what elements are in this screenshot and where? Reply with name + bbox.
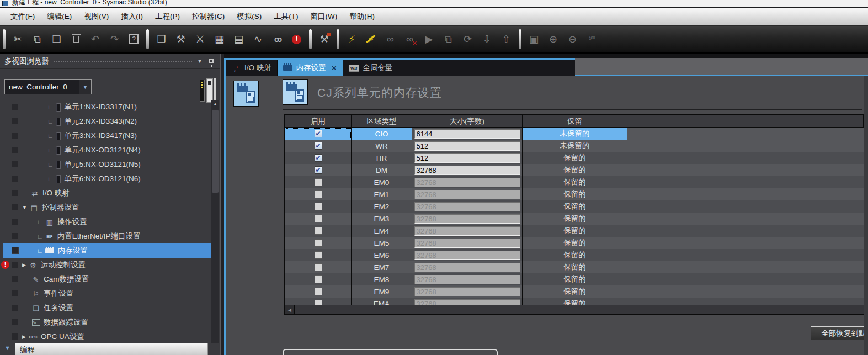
panel-menu-icon[interactable]: ▼: [197, 58, 203, 64]
tree-item-unit1[interactable]: ∟ 单元1:NX-ID3317(N1): [0, 100, 211, 114]
retain-cell[interactable]: 保留的: [523, 285, 627, 298]
go-offline-icon[interactable]: ⚡: [361, 29, 381, 49]
size-input[interactable]: [414, 166, 520, 175]
table-row-em5[interactable]: EM5 保留的: [285, 237, 864, 249]
table-row-em7[interactable]: EM7 保留的: [285, 261, 864, 273]
tree-item-unit5[interactable]: ∟ 单元5:NX-OD3121(N5): [0, 157, 211, 172]
zoom-in-icon[interactable]: ⊕: [544, 29, 563, 49]
enable-checkbox[interactable]: [315, 251, 322, 259]
restore-defaults-button[interactable]: 全部恢复到默: [811, 326, 868, 340]
tree-item-operation-settings[interactable]: ∟ ▥ 操作设置: [0, 215, 211, 229]
retain-cell[interactable]: 保留的: [523, 188, 627, 200]
menu-project[interactable]: 工程(P): [149, 8, 186, 25]
size-input[interactable]: [414, 202, 520, 211]
close-icon[interactable]: ✕: [331, 64, 337, 72]
menu-edit[interactable]: 编辑(E): [41, 8, 78, 25]
tab-memory-settings[interactable]: 内存设置 ✕: [278, 60, 343, 76]
zoom-100-icon[interactable]: ¹⁰⁰: [582, 29, 601, 49]
help-icon[interactable]: ?: [124, 29, 143, 49]
menu-help[interactable]: 帮助(H): [343, 8, 381, 25]
table-row-em8[interactable]: EM8 保留的: [285, 273, 864, 285]
size-input[interactable]: [414, 153, 520, 163]
enable-checkbox[interactable]: [315, 178, 322, 186]
export-window-icon[interactable]: ❒: [152, 29, 171, 49]
enable-checkbox[interactable]: ✔: [315, 154, 322, 162]
horizontal-scrollbar[interactable]: ◄: [285, 305, 864, 314]
enable-checkbox[interactable]: [315, 215, 322, 222]
download-to-controller-icon[interactable]: ⇩: [477, 29, 497, 49]
menu-controller[interactable]: 控制器(C): [186, 8, 231, 25]
tree-item-io-map[interactable]: ⇄ I/O 映射: [0, 186, 211, 200]
retain-cell[interactable]: 保留的: [523, 261, 627, 273]
tree-item-memory-settings[interactable]: ∟ 内存设置: [3, 243, 211, 258]
tree-item-data-trace-settings[interactable]: ∿ 数据跟踪设置: [0, 315, 211, 330]
retain-cell[interactable]: 保留的: [523, 152, 627, 164]
menu-window[interactable]: 窗口(W): [305, 8, 344, 25]
build-icon[interactable]: ⚒: [171, 29, 190, 49]
size-input[interactable]: [414, 190, 520, 199]
expand-triangle-icon[interactable]: ▼: [22, 205, 27, 210]
collapse-triangle-icon[interactable]: ▶: [22, 262, 26, 268]
enable-checkbox[interactable]: ✔: [315, 142, 322, 150]
tree-item-cam-data-settings[interactable]: ✎ Cam数据设置: [0, 272, 211, 287]
retain-cell[interactable]: 保留的: [523, 200, 627, 213]
check-program-icon[interactable]: ⚒: [315, 29, 334, 49]
menu-file[interactable]: 文件(F): [4, 8, 41, 25]
tab-io-map[interactable]: →← I/O 映射: [226, 60, 278, 76]
upload-from-controller-icon[interactable]: ⇧: [497, 29, 516, 49]
chevron-down-icon[interactable]: ▼: [79, 80, 91, 94]
zoom-out-icon[interactable]: ⊖: [563, 29, 582, 49]
table-row-cio[interactable]: ✔ CIO 未保留的: [285, 128, 864, 140]
editor-nav-memory-icon[interactable]: [233, 81, 259, 107]
tree-item-unit3[interactable]: ∟ 单元3:NX-ID3417(N3): [0, 129, 211, 143]
size-input[interactable]: [414, 226, 520, 236]
scrollbar-thumb[interactable]: [295, 305, 864, 314]
error-list-icon[interactable]: !: [287, 29, 306, 49]
scrollbar-thumb[interactable]: [212, 110, 219, 193]
redo-icon[interactable]: ↷: [105, 29, 124, 49]
retain-cell[interactable]: 保留的: [523, 213, 627, 225]
tree-item-motion-control-settings[interactable]: ! ▶ ⚙ 运动控制设置: [0, 258, 211, 272]
enable-checkbox[interactable]: ✔: [315, 130, 322, 137]
enable-checkbox[interactable]: [315, 263, 322, 271]
table-row-wr[interactable]: ✔ WR 未保留的: [285, 140, 864, 152]
menu-tools[interactable]: 工具(T): [268, 8, 304, 25]
monitor-icon[interactable]: ∞: [381, 29, 400, 49]
zoom-fit-icon[interactable]: ▣: [524, 29, 544, 49]
table-row-hr[interactable]: ✔ HR 保留的: [285, 152, 864, 164]
enable-checkbox[interactable]: [315, 275, 322, 283]
cut-icon[interactable]: ✂: [8, 29, 28, 49]
tree-item-unit6[interactable]: ∟ 单元6:NX-OD3121(N6): [0, 172, 211, 186]
pin-icon[interactable]: [209, 59, 214, 63]
undo-icon[interactable]: ↶: [86, 29, 105, 49]
stop-monitor-icon[interactable]: ∞: [400, 29, 419, 49]
table-row-em6[interactable]: EM6 保留的: [285, 249, 864, 261]
tree-item-opc-ua-settings[interactable]: ▶ OPC OPC UA设置: [0, 330, 211, 344]
enable-checkbox[interactable]: [315, 288, 322, 295]
size-input[interactable]: [414, 287, 520, 296]
watch-table-icon[interactable]: ▤: [229, 29, 248, 49]
tree-item-ethernet-ip-settings[interactable]: ∟ EIP 内置EtherNet/IP端口设置: [0, 229, 211, 243]
retain-cell[interactable]: 保留的: [523, 176, 627, 188]
synchronize-icon[interactable]: ⟳: [458, 29, 477, 49]
programming-section-bar[interactable]: 编程: [15, 343, 208, 355]
size-input[interactable]: [414, 214, 520, 224]
retain-cell[interactable]: 保留的: [523, 273, 627, 285]
table-row-em2[interactable]: EM2 保留的: [285, 200, 864, 213]
tree-item-unit2[interactable]: ∟ 单元2:NX-ID3343(N2): [0, 114, 211, 129]
retain-cell[interactable]: 未保留的: [523, 140, 627, 152]
scroll-left-icon[interactable]: ◄: [285, 305, 295, 314]
table-row-em3[interactable]: EM3 保留的: [285, 213, 864, 225]
retain-cell[interactable]: 保留的: [523, 164, 627, 176]
differential-monitor-icon[interactable]: ⧉: [439, 29, 458, 49]
enable-checkbox[interactable]: ✔: [315, 166, 322, 174]
delete-icon[interactable]: [66, 29, 86, 49]
menu-view[interactable]: 视图(V): [78, 8, 115, 25]
size-input[interactable]: [414, 178, 520, 187]
programming-expand-icon[interactable]: ▼: [4, 345, 10, 351]
search-icon[interactable]: oo: [268, 29, 287, 49]
tree-item-event-settings[interactable]: ⚐ 事件设置: [0, 287, 211, 301]
table-row-dm[interactable]: ✔ DM 保留的: [285, 164, 864, 176]
run-simulation-icon[interactable]: ▶: [419, 29, 439, 49]
scroll-up-icon[interactable]: ▲: [211, 100, 219, 109]
